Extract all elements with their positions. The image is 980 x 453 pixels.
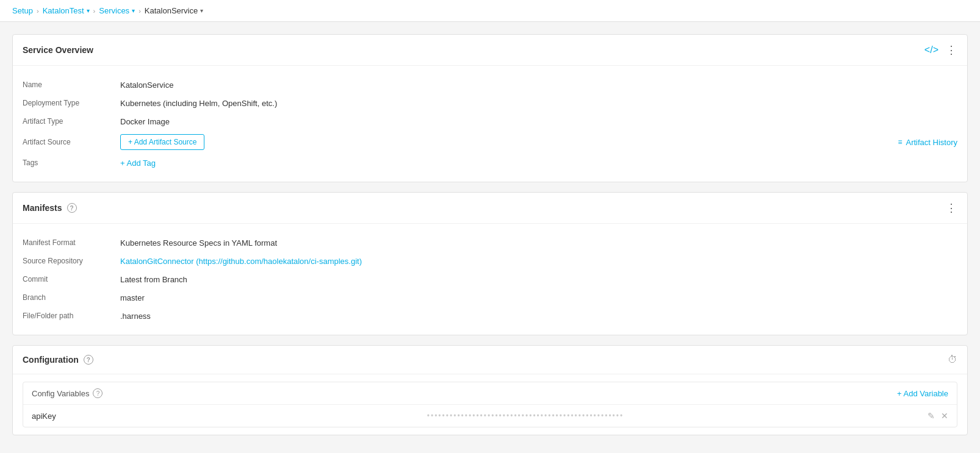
configuration-help-icon[interactable]: ?	[84, 355, 93, 365]
service-overview-actions: </> ⋮	[924, 43, 957, 57]
name-value: KatalonService	[120, 80, 173, 90]
branch-value: master	[120, 293, 145, 302]
manifests-body: Manifest Format Kubernetes Resource Spec…	[13, 224, 967, 335]
breadcrumb-sep-3: ›	[139, 7, 141, 15]
path-value: .harness	[120, 312, 151, 321]
config-variables-title: Config Variables ?	[32, 388, 103, 398]
source-repo-row: Source Repository KatalonGitConnector (h…	[23, 252, 957, 270]
variable-value: ••••••••••••••••••••••••••••••••••••••••…	[123, 412, 928, 420]
manifests-more-icon[interactable]: ⋮	[946, 201, 957, 215]
artifact-source-label: Artifact Source	[23, 138, 120, 146]
artifact-type-row: Artifact Type Docker Image	[23, 112, 957, 130]
artifact-history-link[interactable]: ≡ Artifact History	[898, 138, 957, 147]
path-label: File/Folder path	[23, 312, 120, 320]
add-artifact-source-button[interactable]: + Add Artifact Source	[120, 134, 204, 150]
config-variables-header: Config Variables ? + Add Variable	[23, 382, 957, 405]
breadcrumb-sep-1: ›	[37, 7, 39, 15]
variable-delete-icon[interactable]: ✕	[941, 411, 948, 421]
breadcrumb-current-dropdown[interactable]: ▾	[200, 7, 203, 14]
commit-row: Commit Latest from Branch	[23, 270, 957, 288]
breadcrumb-services-dropdown[interactable]: ▾	[132, 7, 135, 14]
variable-name: apiKey	[32, 412, 123, 421]
breadcrumb-katalontest[interactable]: KatalonTest ▾	[43, 6, 90, 15]
deployment-value: Kubernetes (including Helm, OpenShift, e…	[120, 99, 277, 108]
artifact-type-value: Docker Image	[120, 117, 170, 126]
manifests-header: Manifests ? ⋮	[13, 193, 967, 224]
path-row: File/Folder path .harness	[23, 307, 957, 325]
source-repo-value[interactable]: KatalonGitConnector (https://github.com/…	[120, 257, 362, 266]
service-overview-body: Name KatalonService Deployment Type Kube…	[13, 66, 967, 182]
main-content: Service Overview </> ⋮ Name KatalonServi…	[0, 22, 980, 448]
branch-row: Branch master	[23, 288, 957, 307]
manifests-card: Manifests ? ⋮ Manifest Format Kubernetes…	[12, 192, 968, 335]
deployment-label: Deployment Type	[23, 99, 120, 107]
configuration-title: Configuration ?	[23, 355, 93, 365]
breadcrumb-katalontest-dropdown[interactable]: ▾	[87, 7, 90, 14]
add-variable-link[interactable]: + Add Variable	[897, 389, 948, 398]
configuration-header: Configuration ? ⏱	[13, 346, 967, 374]
artifact-history-icon: ≡	[898, 138, 902, 146]
tags-row: Tags + Add Tag	[23, 154, 957, 172]
artifact-source-left: Artifact Source + Add Artifact Source	[23, 134, 204, 150]
source-repo-label: Source Repository	[23, 257, 120, 265]
tags-label: Tags	[23, 159, 120, 167]
breadcrumb-services[interactable]: Services ▾	[99, 6, 135, 15]
name-row: Name KatalonService	[23, 76, 957, 94]
artifact-type-label: Artifact Type	[23, 117, 120, 126]
service-overview-title: Service Overview	[23, 45, 93, 55]
breadcrumb-sep-2: ›	[93, 7, 96, 15]
branch-label: Branch	[23, 293, 120, 302]
artifact-source-row: Artifact Source + Add Artifact Source ≡ …	[23, 130, 957, 154]
variable-actions: ✎ ✕	[928, 411, 948, 421]
manifest-format-row: Manifest Format Kubernetes Resource Spec…	[23, 234, 957, 252]
manifests-actions: ⋮	[946, 201, 957, 215]
name-label: Name	[23, 80, 120, 89]
manifests-title: Manifests ?	[23, 203, 77, 213]
configuration-card: Configuration ? ⏱ Config Variables ? + A…	[12, 345, 968, 435]
variable-edit-icon[interactable]: ✎	[928, 411, 935, 421]
deployment-row: Deployment Type Kubernetes (including He…	[23, 94, 957, 112]
commit-value: Latest from Branch	[120, 275, 187, 284]
variable-row: apiKey •••••••••••••••••••••••••••••••••…	[23, 405, 957, 427]
config-variables-help-icon[interactable]: ?	[93, 388, 103, 398]
configuration-actions: ⏱	[948, 354, 957, 365]
configuration-history-icon[interactable]: ⏱	[948, 354, 957, 365]
breadcrumb-setup[interactable]: Setup	[12, 6, 33, 15]
service-overview-header: Service Overview </> ⋮	[13, 35, 967, 66]
breadcrumb: Setup › KatalonTest ▾ › Services ▾ › Kat…	[0, 0, 980, 22]
code-icon[interactable]: </>	[924, 45, 939, 55]
more-options-icon[interactable]: ⋮	[946, 43, 957, 57]
manifest-format-label: Manifest Format	[23, 238, 120, 247]
breadcrumb-current: KatalonService ▾	[145, 6, 203, 15]
service-overview-card: Service Overview </> ⋮ Name KatalonServi…	[12, 34, 968, 182]
commit-label: Commit	[23, 275, 120, 284]
add-tag-link[interactable]: + Add Tag	[120, 159, 156, 168]
manifests-help-icon[interactable]: ?	[67, 203, 77, 213]
manifest-format-value: Kubernetes Resource Specs in YAML format	[120, 238, 277, 248]
config-variables-section: Config Variables ? + Add Variable apiKey…	[23, 382, 957, 427]
